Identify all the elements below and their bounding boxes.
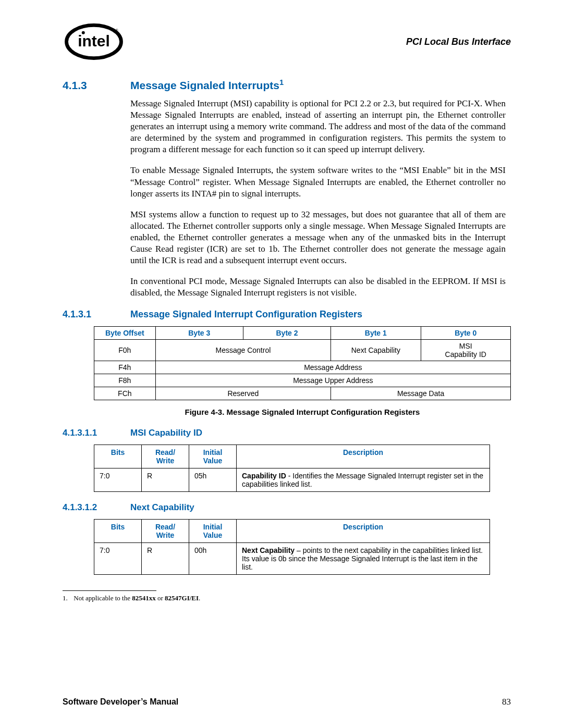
cell-offset: F4h — [94, 361, 156, 374]
section-title: Next Capability — [130, 502, 194, 513]
footnote: 1. Not applicable to the 82541xx or 8254… — [63, 594, 511, 602]
text: Not applicable to the — [74, 594, 132, 602]
cell-initial-value: 00h — [189, 543, 237, 575]
text: MSI — [459, 342, 472, 350]
svg-text:®: ® — [115, 28, 118, 33]
section-4-1-3-1-1: 4.1.3.1.1 MSI Capability ID — [63, 428, 511, 438]
col-header: Description — [237, 520, 490, 543]
paragraph: Message Signaled Interrupt (MSI) capabil… — [130, 98, 506, 155]
text: Value — [203, 531, 223, 539]
text: Initial — [203, 448, 223, 456]
section-4-1-3-1-2: 4.1.3.1.2 Next Capability — [63, 502, 511, 513]
cell: Message Data — [331, 387, 511, 400]
col-header: Bits — [94, 520, 142, 543]
text: Write — [156, 456, 175, 465]
next-capability-table: Bits Read/ Write Initial Value Descripti… — [94, 519, 490, 575]
section-4-1-3-1: 4.1.3.1 Message Signaled Interrupt Confi… — [63, 309, 511, 320]
paragraph: In conventional PCI mode, Message Signal… — [130, 276, 506, 299]
figure-4-3-block: Byte Offset Byte 3 Byte 2 Byte 1 Byte 0 … — [94, 326, 511, 416]
section-4-1-3: 4.1.3 Message Signaled Interrupts1 — [63, 78, 511, 92]
register-layout-table: Byte Offset Byte 3 Byte 2 Byte 1 Byte 0 … — [94, 326, 511, 400]
section-number: 4.1.3.1 — [63, 309, 104, 320]
text: Write — [156, 531, 175, 539]
cell: Reserved — [155, 387, 331, 400]
footer-title: Software Developer’s Manual — [63, 697, 178, 707]
header-title: PCI Local Bus Interface — [406, 36, 511, 47]
footer-page-number: 83 — [502, 697, 511, 707]
table-row: F0h Message Control Next Capability MSI … — [94, 340, 511, 361]
cell-offset: F0h — [94, 340, 156, 361]
table-row: F8h Message Upper Address — [94, 374, 511, 387]
page-header: intel ® PCI Local Bus Interface — [63, 21, 511, 63]
footnote-rule — [63, 590, 156, 591]
table-row: FCh Reserved Message Data — [94, 387, 511, 400]
col-header: Read/ Write — [142, 520, 189, 543]
cell: Next Capability — [331, 340, 421, 361]
intel-logo: intel ® — [63, 21, 125, 63]
table-row: 7:0 R 00h Next Capability – points to th… — [94, 543, 490, 575]
text-bold: 82547GI/EI — [165, 594, 199, 602]
col-header: Description — [237, 445, 490, 468]
cell: Message Address — [155, 361, 510, 374]
cell: Message Upper Address — [155, 374, 510, 387]
svg-point-2 — [82, 31, 85, 34]
text-bold: Capability ID — [242, 472, 286, 480]
text: Read/ — [155, 523, 175, 531]
col-header: Bits — [94, 445, 142, 468]
text-bold: 82541xx — [132, 594, 156, 602]
cell-rw: R — [142, 468, 189, 492]
body-text: Message Signaled Interrupt (MSI) capabil… — [130, 98, 506, 299]
text: or — [156, 594, 165, 602]
table-header-row: Byte Offset Byte 3 Byte 2 Byte 1 Byte 0 — [94, 327, 511, 340]
col-header: Byte 1 — [331, 327, 421, 340]
cell-bits: 7:0 — [94, 543, 142, 575]
msi-capability-id-table: Bits Read/ Write Initial Value Descripti… — [94, 445, 490, 492]
col-header: Byte 2 — [243, 327, 331, 340]
figure-caption: Figure 4-3. Message Signaled Interrupt C… — [94, 408, 511, 416]
cell-bits: 7:0 — [94, 468, 142, 492]
table-header-row: Bits Read/ Write Initial Value Descripti… — [94, 445, 490, 468]
col-header: Byte 3 — [155, 327, 243, 340]
cell-rw: R — [142, 543, 189, 575]
svg-text:intel: intel — [78, 32, 110, 50]
cell-offset: FCh — [94, 387, 156, 400]
section-title-text: Message Signaled Interrupts — [130, 79, 279, 91]
section-title: Message Signaled Interrupts1 — [130, 78, 284, 92]
text: . — [199, 594, 200, 602]
table-row: 7:0 R 05h Capability ID - Identifies the… — [94, 468, 490, 492]
section-number: 4.1.3.1.2 — [63, 502, 104, 513]
paragraph: MSI systems allow a function to request … — [130, 209, 506, 266]
col-header: Byte 0 — [421, 327, 510, 340]
cell-description: Capability ID - Identifies the Message S… — [237, 468, 490, 492]
section-title: Message Signaled Interrupt Configuration… — [130, 309, 362, 320]
text: Initial — [203, 523, 223, 531]
text: Value — [203, 456, 223, 465]
section-number: 4.1.3 — [63, 79, 104, 92]
footnote-number: 1. — [63, 594, 72, 602]
table-row: F4h Message Address — [94, 361, 511, 374]
text: Capability ID — [445, 350, 486, 359]
paragraph: To enable Message Signaled Interrupts, t… — [130, 165, 506, 199]
section-title: MSI Capability ID — [130, 428, 202, 438]
col-header: Initial Value — [189, 445, 237, 468]
text-bold: Next Capability — [242, 546, 295, 554]
section-title-sup: 1 — [279, 78, 284, 87]
cell: MSI Capability ID — [421, 340, 510, 361]
table-header-row: Bits Read/ Write Initial Value Descripti… — [94, 520, 490, 543]
cell: Message Control — [155, 340, 331, 361]
col-header: Initial Value — [189, 520, 237, 543]
cell-initial-value: 05h — [189, 468, 237, 492]
text: Read/ — [155, 448, 175, 456]
cell-description: Next Capability – points to the next cap… — [237, 543, 490, 575]
col-header: Byte Offset — [94, 327, 156, 340]
page-footer: Software Developer’s Manual 83 — [63, 697, 511, 707]
cell-offset: F8h — [94, 374, 156, 387]
col-header: Read/ Write — [142, 445, 189, 468]
section-number: 4.1.3.1.1 — [63, 428, 104, 438]
